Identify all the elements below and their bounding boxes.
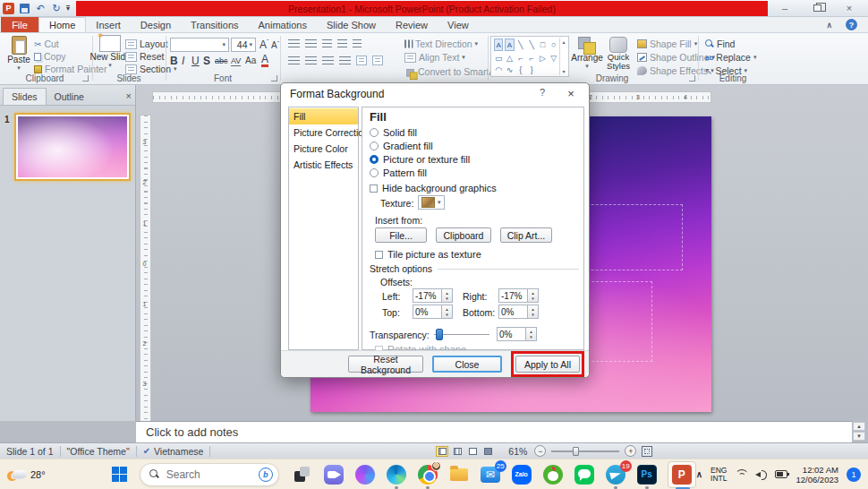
help-icon[interactable]: ?: [846, 19, 857, 30]
paste-button[interactable]: Paste ▾: [4, 35, 34, 73]
line-spacing-icon[interactable]: [353, 39, 362, 48]
powerpoint-logo-icon[interactable]: P: [3, 3, 14, 14]
transparency-slider[interactable]: [434, 334, 489, 335]
undo-icon[interactable]: ↶: [34, 2, 47, 14]
offset-left-input[interactable]: [413, 288, 442, 303]
panel-close-icon[interactable]: ×: [126, 90, 132, 101]
coccoc-icon[interactable]: [542, 464, 564, 485]
tab-outline[interactable]: Outline: [47, 89, 92, 105]
radio-pattern-fill[interactable]: [370, 168, 379, 177]
copilot-icon[interactable]: [354, 464, 376, 485]
shape-arrow-icon[interactable]: ╲: [526, 38, 537, 52]
task-view-icon[interactable]: [292, 464, 313, 485]
dialog-close-icon[interactable]: ×: [564, 87, 578, 101]
shapes-gallery[interactable]: A A ╲ ╲ □ ○ ▭ △ ⌐ ⌐ ▷ ▽ ◠ ∿ { } ▴▾: [490, 36, 569, 77]
clip-art-button[interactable]: Clip Art...: [500, 227, 552, 243]
tab-animations[interactable]: Animations: [249, 17, 317, 32]
offset-right-input[interactable]: [498, 288, 528, 303]
option-picture-texture-fill[interactable]: Picture or texture fill: [370, 154, 470, 165]
shape-brace-right-icon[interactable]: }: [526, 64, 537, 75]
clipboard-button[interactable]: Clipboard: [436, 227, 491, 243]
decrease-indent-icon[interactable]: [322, 39, 332, 48]
tab-view[interactable]: View: [438, 17, 479, 32]
columns-icon[interactable]: [356, 56, 367, 65]
nav-picture-color[interactable]: Picture Color: [289, 141, 358, 157]
shape-textbox-icon[interactable]: A: [494, 39, 503, 51]
line-icon[interactable]: [574, 464, 595, 485]
transparency-arrows-icon[interactable]: ▴▾: [526, 327, 537, 341]
offset-bottom-input[interactable]: [498, 305, 528, 319]
reset-background-button[interactable]: Reset Background: [348, 356, 423, 373]
offset-right-arrows-icon[interactable]: ▴▾: [528, 288, 539, 303]
italic-button[interactable]: I: [182, 55, 184, 67]
mail-icon[interactable]: ✉ 25: [480, 464, 501, 485]
volume-icon[interactable]: [755, 469, 767, 479]
tab-slides[interactable]: Slides: [3, 88, 47, 105]
shape-line-icon[interactable]: ╲: [515, 38, 526, 52]
zoom-in-icon[interactable]: +: [625, 445, 636, 457]
justify-icon[interactable]: [339, 56, 351, 65]
zoom-level[interactable]: 61%: [508, 446, 527, 457]
transparency-slider-thumb[interactable]: [436, 329, 443, 340]
checkbox-tile-picture[interactable]: [375, 251, 383, 259]
offset-bottom-arrows-icon[interactable]: ▴▾: [528, 305, 539, 319]
theme-name[interactable]: "Office Theme": [67, 446, 130, 457]
zoom-slider-thumb[interactable]: [573, 447, 579, 456]
redo-icon[interactable]: ↻: [50, 2, 63, 14]
shape-rectangle-icon[interactable]: □: [537, 38, 548, 52]
wifi-icon[interactable]: [735, 469, 747, 479]
find-button[interactable]: Find: [705, 39, 735, 49]
close-icon[interactable]: ×: [839, 2, 859, 13]
next-slide-icon[interactable]: ▼: [853, 432, 865, 441]
file-explorer-icon[interactable]: [448, 464, 470, 485]
tab-review[interactable]: Review: [386, 17, 438, 32]
change-case-button[interactable]: Aa: [245, 56, 256, 65]
shape-triangle-icon[interactable]: △: [504, 52, 515, 64]
shapes-gallery-scrollbar[interactable]: ▴▾: [559, 38, 567, 75]
option-pattern-fill[interactable]: Pattern fill: [370, 167, 427, 178]
language-switcher[interactable]: ENG INTL: [711, 467, 727, 483]
shape-block-arrow-right-icon[interactable]: ▷: [537, 52, 548, 64]
notification-badge[interactable]: 1: [847, 468, 861, 482]
shape-wordart-icon[interactable]: A: [505, 39, 514, 51]
numbering-icon[interactable]: [305, 39, 317, 48]
shape-brace-left-icon[interactable]: {: [515, 64, 526, 75]
nav-picture-corrections[interactable]: Picture Corrections: [289, 124, 358, 141]
teams-chat-icon[interactable]: [323, 464, 345, 485]
new-slide-button[interactable]: New Slide ▾: [95, 35, 125, 73]
nav-artistic-effects[interactable]: Artistic Effects: [289, 157, 358, 173]
transparency-input[interactable]: [497, 327, 526, 341]
align-center-icon[interactable]: [305, 56, 317, 65]
restore-icon[interactable]: [807, 2, 827, 13]
chrome-icon[interactable]: [417, 464, 438, 485]
tab-transitions[interactable]: Transitions: [181, 17, 248, 32]
shape-curve-icon[interactable]: ∿: [504, 64, 515, 75]
font-size-combo[interactable]: 44▾: [231, 38, 256, 52]
apply-to-all-button[interactable]: Apply to All: [515, 356, 580, 373]
search-input[interactable]: [166, 468, 259, 481]
font-color-button[interactable]: A: [261, 55, 268, 67]
option-hide-background[interactable]: Hide background graphics: [370, 183, 497, 193]
battery-icon[interactable]: [775, 470, 787, 478]
option-solid-fill[interactable]: Solid fill: [370, 127, 417, 138]
offset-top-input[interactable]: [413, 305, 442, 319]
shape-arc-icon[interactable]: ◠: [493, 64, 504, 75]
clipboard-dialog-launcher-icon[interactable]: [82, 75, 89, 82]
file-button[interactable]: File...: [375, 227, 427, 243]
strikethrough-button[interactable]: abc: [215, 56, 228, 65]
offset-left-arrows-icon[interactable]: ▴▾: [442, 288, 453, 303]
cut-button[interactable]: ✂Cut: [34, 39, 59, 49]
edge-icon[interactable]: [386, 464, 407, 485]
tab-insert[interactable]: Insert: [86, 17, 131, 32]
reading-view-icon[interactable]: [466, 446, 479, 457]
underline-button[interactable]: U: [191, 55, 200, 67]
shape-block-arrow-down-icon[interactable]: ▽: [549, 52, 559, 64]
option-gradient-fill[interactable]: Gradient fill: [370, 141, 433, 151]
tab-home[interactable]: Home: [38, 17, 86, 32]
fit-to-window-icon[interactable]: [642, 446, 652, 457]
powerpoint-taskbar-icon[interactable]: P: [668, 461, 696, 488]
customize-qat-icon[interactable]: ▾: [66, 5, 70, 12]
shape-elbow-icon[interactable]: ⌐: [515, 52, 526, 64]
align-text-button[interactable]: Align Text▾: [404, 52, 465, 63]
hidden-icons-icon[interactable]: ∧: [696, 469, 702, 479]
